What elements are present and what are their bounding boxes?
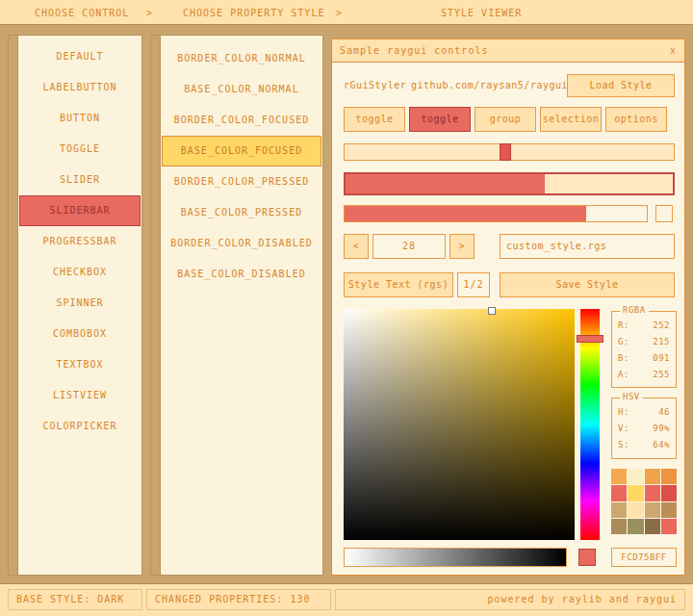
color-picker-selector[interactable] [488, 307, 496, 315]
toggle-button-options[interactable]: options [605, 107, 667, 132]
red-label: R: [618, 318, 629, 334]
property-item-base-color-disabled[interactable]: BASE_COLOR_DISABLED [162, 259, 321, 290]
palette-swatch[interactable] [611, 519, 627, 534]
hex-color-input[interactable]: FCD75BFF [611, 548, 677, 567]
controls-list-panel: DEFAULT LABELBUTTON BUTTON TOGGLE SLIDER… [8, 35, 142, 576]
control-item-textbox[interactable]: TEXTBOX [19, 349, 141, 380]
control-item-checkbox[interactable]: CHECKBOX [19, 257, 141, 288]
palette-swatch[interactable] [661, 519, 677, 534]
palette-swatch[interactable] [611, 502, 627, 518]
value-label: V: [618, 421, 629, 437]
hsv-hue-row: H: 46 [612, 404, 676, 421]
hsv-title: HSV [620, 392, 643, 401]
spinner-value[interactable]: 28 [372, 234, 446, 259]
palette-swatch[interactable] [645, 502, 660, 518]
controls-list-scrollbar[interactable] [9, 36, 18, 575]
property-item-border-color-focused[interactable]: BORDER_COLOR_FOCUSED [162, 105, 321, 136]
color-picker-area[interactable] [344, 309, 575, 540]
palette-swatch[interactable] [661, 469, 677, 484]
property-item-base-color-normal[interactable]: BASE_COLOR_NORMAL [162, 74, 321, 105]
rguistyler-app: CHOOSE CONTROL > CHOOSE PROPERTY STYLE >… [0, 0, 693, 616]
rgba-blue-row: B: 091 [612, 350, 676, 367]
palette-swatch[interactable] [645, 519, 660, 534]
hsv-groupbox: HSV H: 46 V: 99% S: 64% [611, 398, 677, 459]
value-value: 99% [653, 421, 670, 437]
property-item-border-color-disabled[interactable]: BORDER_COLOR_DISABLED [162, 228, 321, 259]
toggle-button-group[interactable]: group [475, 107, 536, 132]
rgba-alpha-row: A: 255 [612, 367, 676, 383]
green-value: 215 [653, 334, 670, 350]
control-item-listview[interactable]: LISTVIEW [19, 380, 141, 411]
breadcrumb-bar: CHOOSE CONTROL > CHOOSE PROPERTY STYLE >… [0, 0, 693, 25]
alpha-gradient-bar[interactable] [344, 548, 567, 567]
palette-swatch[interactable] [661, 485, 677, 500]
status-base-style: BASE STYLE: DARK [8, 589, 142, 610]
breadcrumb-style-viewer: STYLE VIEWER [441, 8, 522, 18]
saturation-label: S: [618, 437, 629, 453]
green-label: G: [618, 334, 629, 350]
rgba-red-row: R: 252 [612, 318, 676, 334]
hue-slider[interactable] [580, 309, 600, 540]
chevron-right-icon: > [146, 8, 153, 18]
window-titlebar[interactable]: Sample raygui controls x [332, 39, 684, 63]
control-item-default[interactable]: DEFAULT [19, 41, 141, 72]
sample-checkbox[interactable] [655, 205, 673, 222]
breadcrumb-choose-control: CHOOSE CONTROL [35, 8, 129, 18]
palette-swatch[interactable] [628, 502, 643, 518]
status-powered-by: powered by raylib and raygui [335, 589, 685, 610]
color-palette [611, 469, 677, 534]
spinner-increment-button[interactable]: > [449, 234, 475, 259]
property-item-base-color-pressed[interactable]: BASE_COLOR_PRESSED [162, 197, 321, 228]
alpha-label: A: [618, 367, 629, 383]
control-item-labelbutton[interactable]: LABELBUTTON [19, 72, 141, 103]
breadcrumb-choose-property-style: CHOOSE PROPERTY STYLE [183, 8, 324, 18]
sample-slider[interactable] [344, 143, 675, 161]
palette-swatch[interactable] [645, 485, 660, 500]
spinner-decrement-button[interactable]: < [344, 234, 369, 259]
palette-swatch[interactable] [611, 485, 627, 500]
rgba-title: RGBA [620, 305, 649, 315]
rgba-groupbox: RGBA R: 252 G: 215 B: 091 A: 255 [611, 311, 677, 388]
control-item-combobox[interactable]: COMBOBOX [19, 319, 141, 349]
window-title: Sample raygui controls [340, 45, 488, 56]
toggle-button-1[interactable]: toggle [344, 107, 405, 132]
property-item-base-color-focused[interactable]: BASE_COLOR_FOCUSED [162, 136, 321, 167]
control-item-spinner[interactable]: SPINNER [19, 288, 141, 319]
control-item-slider[interactable]: SLIDER [19, 165, 141, 195]
save-style-button[interactable]: Save Style [500, 272, 675, 297]
control-item-colorpicker[interactable]: COLORPICKER [19, 411, 141, 442]
palette-swatch[interactable] [661, 502, 677, 518]
property-item-border-color-pressed[interactable]: BORDER_COLOR_PRESSED [162, 167, 321, 197]
rgba-green-row: G: 215 [612, 334, 676, 350]
style-text-button[interactable]: Style Text (rgs) [344, 272, 453, 297]
hsv-value-row: V: 99% [612, 421, 676, 437]
properties-list: BORDER_COLOR_NORMAL BASE_COLOR_NORMAL BO… [162, 43, 321, 290]
hue-slider-handle[interactable] [577, 335, 603, 343]
page-indicator[interactable]: 1/2 [457, 272, 490, 297]
control-item-progressbar[interactable]: PROGRESSBAR [19, 226, 141, 257]
hue-label: H: [618, 404, 629, 421]
hsv-saturation-row: S: 64% [612, 437, 676, 453]
palette-swatch[interactable] [611, 469, 627, 484]
palette-swatch[interactable] [628, 485, 643, 500]
load-style-button[interactable]: Load Style [567, 74, 675, 97]
slider-handle[interactable] [500, 143, 511, 161]
property-item-border-color-normal[interactable]: BORDER_COLOR_NORMAL [162, 43, 321, 74]
properties-list-scrollbar[interactable] [151, 36, 161, 575]
palette-swatch[interactable] [628, 469, 643, 484]
sample-progressbar [344, 205, 648, 222]
blue-label: B: [618, 350, 629, 367]
close-icon[interactable]: x [670, 45, 677, 56]
repo-link[interactable]: github.com/raysan5/raygui [411, 80, 568, 90]
style-filename-input[interactable]: custom_style.rgs [500, 234, 675, 259]
toggle-button-selection[interactable]: selection [540, 107, 602, 132]
sample-sliderbar[interactable] [344, 172, 675, 195]
control-item-sliderbar[interactable]: SLIDERBAR [19, 195, 141, 226]
current-color-button[interactable] [578, 549, 596, 566]
palette-swatch[interactable] [628, 519, 643, 534]
palette-swatch[interactable] [645, 469, 660, 484]
style-viewer-window: Sample raygui controls x rGuiStyler gith… [331, 38, 685, 576]
toggle-button-2-active[interactable]: toggle [409, 107, 471, 132]
control-item-button[interactable]: BUTTON [19, 103, 141, 134]
control-item-toggle[interactable]: TOGGLE [19, 134, 141, 165]
